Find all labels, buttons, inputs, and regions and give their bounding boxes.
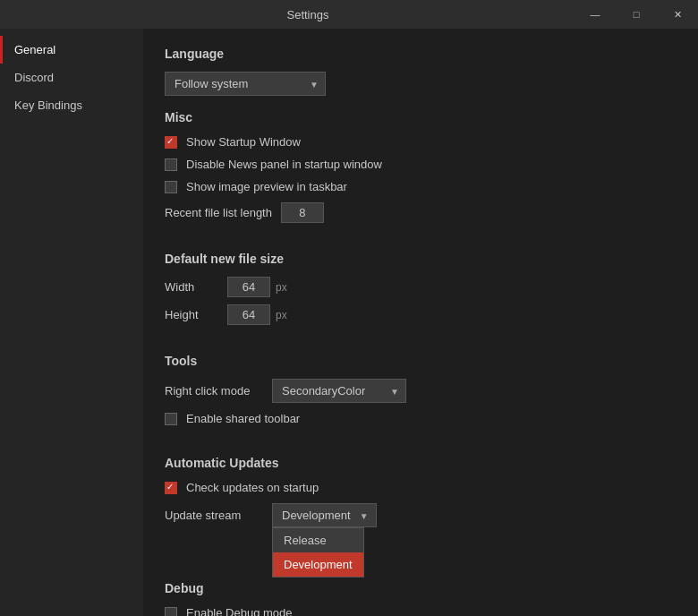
show-image-preview-checkbox[interactable] [165, 181, 177, 193]
sidebar-item-general[interactable]: General [0, 36, 143, 64]
enable-shared-toolbar-row: Enable shared toolbar [165, 412, 677, 425]
update-stream-label: Update stream [165, 509, 263, 522]
right-click-mode-label: Right click mode [165, 384, 263, 398]
update-stream-select[interactable]: Development ▼ [272, 503, 377, 527]
language-dropdown-wrapper: Follow system ▼ [165, 72, 677, 96]
update-stream-value: Development [282, 509, 351, 522]
enable-debug-row: Enable Debug mode [165, 606, 677, 616]
debug-section: Debug Enable Debug mode [165, 581, 677, 616]
update-stream-row: Update stream Development ▼ Release Deve… [165, 503, 677, 527]
recent-file-input[interactable] [281, 202, 324, 223]
show-image-preview-row: Show image preview in taskbar [165, 180, 677, 193]
minimize-button[interactable]: — [575, 0, 616, 29]
automatic-updates-title: Automatic Updates [165, 456, 677, 470]
settings-content: Language Follow system ▼ Misc Show Start… [143, 29, 698, 616]
enable-shared-toolbar-label: Enable shared toolbar [186, 412, 300, 425]
height-row: Height px [165, 304, 677, 325]
sidebar: General Discord Key Bindings [0, 29, 143, 616]
width-label: Width [165, 280, 218, 294]
recent-file-row: Recent file list length [165, 202, 677, 223]
option-release[interactable]: Release [273, 528, 363, 552]
disable-news-panel-label: Disable News panel in startup window [186, 158, 382, 171]
check-updates-checkbox[interactable] [165, 482, 177, 494]
show-image-preview-label: Show image preview in taskbar [186, 180, 347, 193]
window-title: Settings [41, 8, 575, 21]
language-select[interactable]: Follow system [165, 72, 326, 96]
update-stream-arrow: ▼ [360, 510, 369, 520]
width-input[interactable] [227, 277, 270, 297]
close-button[interactable]: ✕ [657, 0, 698, 29]
maximize-button[interactable]: □ [616, 0, 657, 29]
recent-file-label: Recent file list length [165, 206, 272, 219]
right-click-select[interactable]: SecondaryColor Eraser Color Picker [272, 379, 406, 403]
default-file-size-title: Default new file size [165, 252, 677, 266]
window-controls: — □ ✕ [575, 0, 698, 29]
tools-section-title: Tools [165, 354, 677, 368]
enable-shared-toolbar-checkbox[interactable] [165, 413, 177, 425]
width-row: Width px [165, 277, 677, 297]
height-label: Height [165, 308, 218, 321]
update-stream-popup: Release Development [272, 527, 364, 578]
height-unit: px [276, 309, 287, 321]
show-startup-window-label: Show Startup Window [186, 135, 301, 149]
right-click-dropdown-wrapper: SecondaryColor Eraser Color Picker ▼ [272, 379, 406, 403]
title-bar: Settings — □ ✕ [0, 0, 698, 29]
sidebar-item-discord[interactable]: Discord [0, 64, 143, 91]
show-startup-window-checkbox[interactable] [165, 136, 177, 149]
disable-news-panel-checkbox[interactable] [165, 158, 177, 171]
language-section-title: Language [165, 47, 677, 61]
check-updates-label: Check updates on startup [186, 481, 319, 494]
width-unit: px [276, 281, 287, 294]
enable-debug-checkbox[interactable] [165, 607, 177, 617]
enable-debug-label: Enable Debug mode [186, 606, 293, 616]
sidebar-item-keybindings[interactable]: Key Bindings [0, 91, 143, 119]
main-layout: General Discord Key Bindings Language Fo… [0, 29, 698, 616]
option-development[interactable]: Development [273, 552, 363, 577]
height-input[interactable] [227, 304, 270, 325]
show-startup-window-row: Show Startup Window [165, 135, 677, 149]
language-select-wrapper: Follow system ▼ [165, 72, 326, 96]
disable-news-panel-row: Disable News panel in startup window [165, 158, 677, 171]
check-updates-row: Check updates on startup [165, 481, 677, 494]
debug-section-title: Debug [165, 581, 677, 595]
update-stream-dropdown-container: Development ▼ Release Development [272, 503, 377, 527]
misc-section-title: Misc [165, 110, 677, 124]
right-click-mode-row: Right click mode SecondaryColor Eraser C… [165, 379, 677, 403]
